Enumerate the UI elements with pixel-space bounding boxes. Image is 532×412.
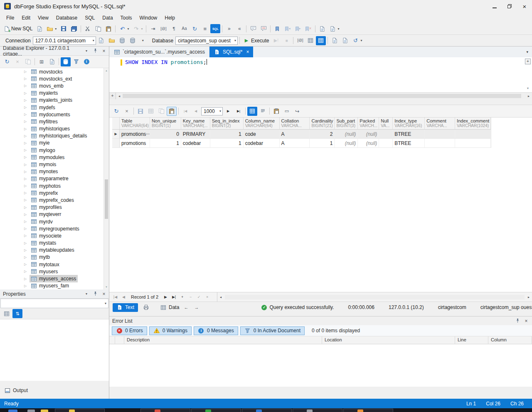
tree-item-mynotes[interactable]: ▷mynotes	[0, 168, 103, 175]
save-button[interactable]	[59, 24, 69, 33]
tree-item-mydefs[interactable]: ▷mydefs	[0, 104, 103, 111]
tree-item-movstocks_ext[interactable]: ▷movstocks_ext	[0, 75, 103, 82]
first-record-button[interactable]: |◀	[112, 294, 119, 301]
scroll-left-icon[interactable]: ◂	[116, 94, 123, 98]
tree-item-myqteverr[interactable]: ▷myqteverr	[0, 211, 103, 218]
expand-arrow-icon[interactable]: ▷	[24, 113, 30, 116]
expand-arrow-icon[interactable]: ▷	[24, 220, 30, 223]
close-icon[interactable]: ×	[523, 318, 529, 324]
tree-item-myrdv[interactable]: ▷myrdv	[0, 218, 103, 225]
copy-button[interactable]	[93, 24, 103, 33]
tree-item-myie[interactable]: ▷myie	[0, 140, 103, 147]
result-grid-button[interactable]	[316, 36, 326, 45]
menu-database[interactable]: Database	[52, 14, 81, 22]
grid-cell[interactable]: (null)	[358, 130, 379, 138]
tree-item-mylogo[interactable]: ▷mylogo	[0, 147, 103, 154]
column-header-sub_part[interactable]: Sub_partBIGINT(3)	[335, 118, 358, 129]
menu-view[interactable]: View	[34, 14, 52, 22]
taskbar-icon[interactable]	[8, 410, 17, 412]
table-row[interactable]: ▶promotions···0PRIMARY1codeA2(null)(null…	[112, 130, 491, 139]
menu-file[interactable]: File	[2, 14, 18, 22]
expand-arrow-icon[interactable]: ▷	[24, 120, 30, 123]
expand-arrow-icon[interactable]: ▷	[24, 198, 30, 202]
tree-item-myalerts[interactable]: ▷myalerts	[0, 90, 103, 97]
expand-arrow-icon[interactable]: ▷	[24, 227, 30, 231]
security-manager-button[interactable]	[128, 36, 138, 45]
refresh-explorer-button[interactable]: ↻	[2, 57, 12, 66]
menu-window[interactable]: Window	[136, 14, 161, 22]
expand-arrow-icon[interactable]: ▷	[24, 77, 30, 81]
scroll-track[interactable]	[123, 93, 525, 99]
tree-item-mystats[interactable]: ▷mystats	[0, 240, 103, 247]
cut-button[interactable]	[83, 24, 93, 33]
paste-button[interactable]	[103, 24, 113, 33]
grid-cell[interactable]: 1	[210, 130, 244, 138]
grid-cell[interactable]	[455, 130, 491, 138]
properties-alphabetical-button[interactable]: ⇅	[12, 309, 22, 318]
expand-arrow-icon[interactable]: ▷	[24, 163, 30, 167]
next-record-button[interactable]: ▶	[162, 294, 169, 301]
document-tab-2[interactable]: SQL.sql*×	[209, 47, 253, 57]
tree-item-myusers_fam[interactable]: ▷myusers_fam	[0, 282, 103, 289]
expand-arrow-icon[interactable]: ▷	[24, 270, 30, 273]
refresh-results-button[interactable]: ↻	[111, 107, 121, 116]
tree-item-myprefix_codes[interactable]: ▷myprefix_codes	[0, 196, 103, 204]
clipboard-button[interactable]	[271, 107, 281, 116]
tree-item-myphotos[interactable]: ▷myphotos	[0, 182, 103, 189]
toggle-bookmark-button[interactable]	[272, 24, 282, 33]
grid-cell[interactable]: BTREE	[393, 139, 425, 147]
taskbar-app-button[interactable]	[242, 409, 292, 412]
prev-record-button[interactable]: ◀	[120, 294, 127, 301]
query-parameters-button[interactable]: [@]	[295, 36, 305, 45]
grid-cell[interactable]: promotions···	[120, 130, 150, 138]
window-position-icon[interactable]: ▾	[84, 291, 89, 297]
scroll-down-icon[interactable]: ▼	[525, 85, 531, 91]
grid-mode-button[interactable]	[247, 107, 257, 116]
filter-objects-button[interactable]	[71, 57, 81, 66]
error-column-location[interactable]: Location	[322, 336, 455, 344]
scroll-down-icon[interactable]: ▼	[104, 286, 109, 288]
undo-button[interactable]: ↶▾	[117, 24, 131, 33]
tree-item-myparametre[interactable]: ▷myparametre	[0, 175, 103, 182]
menu-help[interactable]: Help	[161, 14, 179, 22]
column-header-column_name[interactable]: Column_nameVARCHAR(64)	[244, 118, 280, 129]
expand-arrow-icon[interactable]: ▷	[24, 191, 30, 195]
editor-hscrollbar[interactable]: + ◂ ▸	[109, 92, 532, 99]
new-connection-button[interactable]	[96, 36, 106, 45]
menu-edit[interactable]: Edit	[18, 14, 34, 22]
menu-tools[interactable]: Tools	[117, 14, 136, 22]
warnings-filter-button[interactable]: 0 Warnings	[149, 326, 192, 335]
grid-cell[interactable]: BTREE	[393, 130, 425, 138]
grid-cell[interactable]	[425, 130, 455, 138]
column-header-key_name[interactable]: Key_nameVARCHAR(...	[181, 118, 210, 129]
tree-item-myprofiles[interactable]: ▷myprofiles	[0, 204, 103, 211]
column-header-comment[interactable]: CommentVARCHA...	[425, 118, 455, 129]
scroll-track[interactable]	[225, 295, 525, 299]
column-header-index_type[interactable]: Index_typeVARCHAR(16)	[393, 118, 425, 129]
column-header-index_comment[interactable]: Index_commentVARCHAR(1024)	[455, 118, 491, 129]
column-header-collation[interactable]: CollationVARCHA...	[280, 118, 310, 129]
generate-script-button[interactable]	[47, 57, 57, 66]
expand-arrow-icon[interactable]: ▷	[24, 234, 30, 238]
window-position-icon[interactable]: ▾	[84, 48, 89, 54]
open-connection-button[interactable]	[107, 36, 117, 45]
taskbar-app-button[interactable]	[191, 409, 241, 412]
save-all-button[interactable]	[69, 24, 79, 33]
properties-object-combo[interactable]: ▾	[0, 299, 108, 308]
split-view-button[interactable]: +	[109, 93, 116, 99]
tree-item-mytb[interactable]: ▷mytb	[0, 254, 103, 261]
close-icon[interactable]: ×	[101, 291, 107, 297]
refresh-code-button[interactable]: ↻	[190, 24, 200, 33]
history-button[interactable]: ↺▾	[350, 36, 364, 45]
pin-icon[interactable]	[92, 48, 98, 54]
grid-cell[interactable]: 1	[150, 139, 181, 147]
expand-arrow-icon[interactable]: ▷	[24, 105, 30, 109]
grid-cell[interactable]	[425, 139, 455, 147]
goto-button[interactable]: ⇥	[148, 24, 158, 33]
grid-cell[interactable]: 1	[310, 139, 335, 147]
new-object-button[interactable]: ⊞	[37, 57, 47, 66]
database-combo[interactable]: cirtagestcom_sup ouest▾	[175, 37, 238, 45]
indent-button[interactable]: »	[224, 24, 234, 33]
tree-item-movs_emb[interactable]: ▷movs_emb	[0, 82, 103, 89]
change-case-button[interactable]: Aa	[179, 24, 189, 33]
